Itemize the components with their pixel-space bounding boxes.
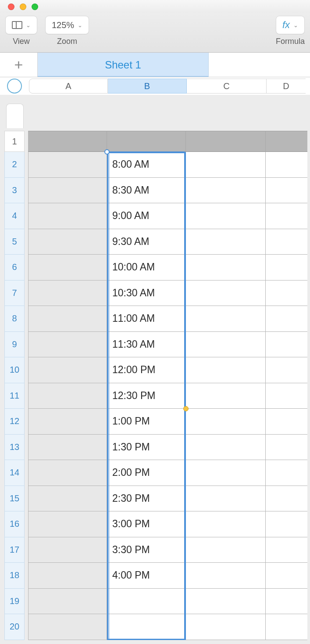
row-header-3[interactable]: 3 [4, 178, 25, 204]
select-all-handle[interactable] [7, 79, 22, 94]
cell-A17[interactable] [28, 537, 107, 563]
cell-B6[interactable]: 10:00 AM [107, 255, 186, 281]
cell-D5[interactable] [266, 229, 307, 255]
cell-B19[interactable] [107, 589, 186, 615]
add-sheet-button[interactable]: + [0, 53, 38, 77]
column-header-B[interactable]: B [108, 79, 187, 94]
row-header-2[interactable]: 2 [4, 152, 25, 178]
cell-C18[interactable] [186, 563, 266, 589]
cell-C4[interactable] [186, 203, 266, 229]
cell-B16[interactable]: 3:00 PM [107, 511, 186, 537]
cell-C17[interactable] [186, 537, 266, 563]
cell-D20[interactable] [266, 614, 307, 640]
cell-A16[interactable] [28, 511, 107, 537]
cell-C16[interactable] [186, 511, 266, 537]
close-window-button[interactable] [8, 4, 14, 10]
sheet-tab[interactable]: Sheet 1 [38, 53, 209, 77]
cell-B18[interactable]: 4:00 PM [107, 563, 186, 589]
cell-D3[interactable] [266, 178, 307, 204]
cell-B13[interactable]: 1:30 PM [107, 435, 186, 461]
cell-A9[interactable] [28, 332, 107, 358]
cell-B7[interactable]: 10:30 AM [107, 281, 186, 306]
cell-A18[interactable] [28, 563, 107, 589]
cell-D8[interactable] [266, 306, 307, 332]
row-header-10[interactable]: 10 [4, 357, 25, 383]
formula-button[interactable]: fx ⌄ [276, 16, 305, 34]
cell-C14[interactable] [186, 460, 266, 486]
cell-C10[interactable] [186, 357, 266, 383]
cell-D16[interactable] [266, 511, 307, 537]
row-header-9[interactable]: 9 [4, 332, 25, 358]
minimize-window-button[interactable] [20, 4, 26, 10]
cell-B12[interactable]: 1:00 PM [107, 409, 186, 435]
cell-D18[interactable] [266, 563, 307, 589]
cell-B10[interactable]: 12:00 PM [107, 357, 186, 383]
cell-C7[interactable] [186, 281, 266, 306]
row-header-19[interactable]: 19 [4, 589, 25, 615]
row-header-17[interactable]: 17 [4, 537, 25, 563]
cell-A6[interactable] [28, 255, 107, 281]
cell-D15[interactable] [266, 486, 307, 512]
row-header-20[interactable]: 20 [4, 614, 25, 640]
cell-C9[interactable] [186, 332, 266, 358]
cell-D2[interactable] [266, 152, 307, 178]
cell-C3[interactable] [186, 178, 266, 204]
row-header-6[interactable]: 6 [4, 255, 25, 281]
column-header-A[interactable]: A [29, 79, 108, 94]
cell-B9[interactable]: 11:30 AM [107, 332, 186, 358]
row-header-8[interactable]: 8 [4, 306, 25, 332]
cell-C19[interactable] [186, 589, 266, 615]
maximize-window-button[interactable] [32, 4, 38, 10]
cell-D14[interactable] [266, 460, 307, 486]
cell-B1[interactable] [107, 131, 186, 152]
view-button[interactable]: ⌄ [5, 16, 37, 34]
row-header-15[interactable]: 15 [4, 486, 25, 512]
cell-A19[interactable] [28, 589, 107, 615]
cell-B14[interactable]: 2:00 PM [107, 460, 186, 486]
cell-B3[interactable]: 8:30 AM [107, 178, 186, 204]
cell-C6[interactable] [186, 255, 266, 281]
cell-D1[interactable] [266, 131, 307, 152]
cell-A12[interactable] [28, 409, 107, 435]
row-header-5[interactable]: 5 [4, 229, 25, 255]
cell-D6[interactable] [266, 255, 307, 281]
row-header-14[interactable]: 14 [4, 460, 25, 486]
row-header-18[interactable]: 18 [4, 563, 25, 589]
cell-D13[interactable] [266, 435, 307, 461]
cell-B4[interactable]: 9:00 AM [107, 203, 186, 229]
cell-D4[interactable] [266, 203, 307, 229]
cell-C5[interactable] [186, 229, 266, 255]
cell-A1[interactable] [28, 131, 107, 152]
cell-C1[interactable] [186, 131, 266, 152]
cell-C2[interactable] [186, 152, 266, 178]
row-header-13[interactable]: 13 [4, 435, 25, 461]
cell-D7[interactable] [266, 281, 307, 306]
row-header-11[interactable]: 11 [4, 383, 25, 409]
cell-A8[interactable] [28, 306, 107, 332]
cell-B17[interactable]: 3:30 PM [107, 537, 186, 563]
column-header-C[interactable]: C [187, 79, 267, 94]
column-header-D[interactable]: D [267, 79, 306, 94]
cell-B8[interactable]: 11:00 AM [107, 306, 186, 332]
row-header-4[interactable]: 4 [4, 203, 25, 229]
cell-A20[interactable] [28, 614, 107, 640]
zoom-button[interactable]: 125% ⌄ [45, 16, 89, 34]
cell-C13[interactable] [186, 435, 266, 461]
cell-A4[interactable] [28, 203, 107, 229]
cell-D9[interactable] [266, 332, 307, 358]
cell-B20[interactable] [107, 614, 186, 640]
row-header-tab[interactable] [6, 104, 24, 128]
cell-D12[interactable] [266, 409, 307, 435]
cell-C11[interactable] [186, 383, 266, 409]
cell-D17[interactable] [266, 537, 307, 563]
row-header-7[interactable]: 7 [4, 281, 25, 306]
cell-C20[interactable] [186, 614, 266, 640]
cell-C8[interactable] [186, 306, 266, 332]
cell-B5[interactable]: 9:30 AM [107, 229, 186, 255]
cell-A7[interactable] [28, 281, 107, 306]
row-header-12[interactable]: 12 [4, 409, 25, 435]
cell-A3[interactable] [28, 178, 107, 204]
cell-B11[interactable]: 12:30 PM [107, 383, 186, 409]
cell-A15[interactable] [28, 486, 107, 512]
cell-A10[interactable] [28, 357, 107, 383]
